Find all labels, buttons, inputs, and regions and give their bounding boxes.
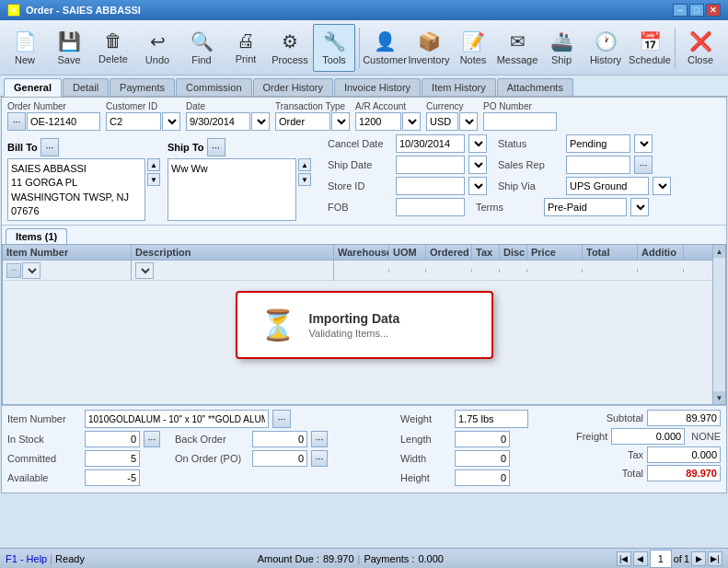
history-button[interactable]: 🕐 History	[584, 24, 627, 72]
transaction-type-input[interactable]	[275, 112, 330, 131]
item-number-field[interactable]	[85, 410, 269, 428]
close-toolbar-button[interactable]: ❌ Close	[679, 24, 722, 72]
cancel-date-input[interactable]	[396, 134, 465, 153]
ship-to-scroll-down[interactable]: ▼	[298, 173, 311, 186]
tab-general[interactable]: General	[4, 78, 62, 97]
status-text: Ready	[55, 553, 85, 564]
tools-button[interactable]: 🔧 Tools	[313, 24, 355, 72]
ar-account-input[interactable]	[355, 112, 401, 131]
undo-button[interactable]: ↩ Undo	[136, 24, 179, 72]
inventory-button[interactable]: 📦 Inventory	[408, 24, 450, 72]
ship-date-input[interactable]	[396, 156, 465, 174]
print-button[interactable]: 🖨 Print	[225, 24, 267, 72]
date-input[interactable]	[186, 112, 250, 131]
order-number-input[interactable]	[27, 112, 100, 131]
delete-button[interactable]: 🗑 Delete	[92, 24, 134, 72]
nav-prev-button[interactable]: ◀	[633, 551, 648, 566]
tab-invoice-history[interactable]: Invoice History	[334, 78, 421, 96]
ship-to-scroll-up[interactable]: ▲	[298, 158, 311, 171]
ship-via-input[interactable]	[566, 177, 649, 195]
ship-via-select[interactable]: ▼	[653, 177, 671, 195]
in-stock-dots-button[interactable]: ···	[144, 431, 160, 447]
notes-button[interactable]: 📝 Notes	[452, 24, 494, 72]
freight-suffix: NONE	[691, 431, 721, 442]
maximize-button[interactable]: □	[689, 4, 704, 17]
payments-label: Payments :	[364, 553, 414, 564]
store-id-select[interactable]: ▼	[468, 177, 487, 195]
ship-button[interactable]: 🚢 Ship	[540, 24, 583, 72]
available-input[interactable]	[85, 469, 140, 486]
tab-item-history[interactable]: Item History	[422, 78, 496, 96]
order-number-dots-button[interactable]: ···	[7, 112, 26, 131]
bill-to-scroll-up[interactable]: ▲	[147, 158, 160, 171]
date-label: Date	[186, 101, 270, 111]
customer-id-label: Customer ID	[106, 101, 180, 111]
status-select[interactable]: ▼	[634, 134, 653, 153]
toolbar: 📄 New 💾 Save 🗑 Delete ↩ Undo 🔍 Find 🖨 Pr…	[0, 20, 728, 75]
cancel-date-select[interactable]: ▼	[468, 134, 487, 153]
status-input[interactable]	[566, 134, 630, 153]
ship-to-address[interactable]: Ww Ww	[168, 158, 296, 221]
status-label: Status	[498, 138, 562, 149]
date-select[interactable]: ▼	[251, 112, 270, 131]
message-icon: ✉	[510, 30, 526, 52]
weight-input[interactable]	[455, 410, 528, 428]
new-button[interactable]: 📄 New	[4, 24, 46, 72]
po-number-input[interactable]	[483, 112, 557, 131]
terms-select[interactable]: ▼	[630, 198, 649, 216]
sales-rep-dots-button[interactable]: ···	[634, 156, 653, 174]
total-pages: 1	[684, 553, 689, 564]
customer-id-input[interactable]	[106, 112, 161, 131]
tax-label: Tax	[597, 449, 643, 460]
app-icon: V	[7, 4, 20, 17]
find-icon: 🔍	[191, 30, 214, 52]
page-number-input[interactable]	[650, 550, 672, 568]
tab-order-history[interactable]: Order History	[253, 78, 333, 96]
nav-first-button[interactable]: |◀	[617, 551, 631, 566]
minimize-button[interactable]: ─	[673, 4, 688, 17]
customer-button[interactable]: 👤 Customer	[364, 24, 406, 72]
terms-input[interactable]	[544, 198, 627, 216]
item-number-dots-button[interactable]: ···	[272, 410, 291, 428]
of-label: of	[674, 553, 682, 564]
in-stock-label: In Stock	[7, 434, 81, 445]
nav-next-button[interactable]: ▶	[691, 551, 706, 566]
in-stock-input[interactable]	[85, 431, 140, 447]
ship-to-dots-button[interactable]: ···	[207, 138, 225, 156]
tab-detail[interactable]: Detail	[63, 78, 109, 96]
currency-input[interactable]	[426, 112, 458, 131]
cancel-date-label: Cancel Date	[328, 138, 392, 149]
process-button[interactable]: ⚙ Process	[269, 24, 311, 72]
transaction-type-select[interactable]: ▼	[331, 112, 350, 131]
weight-label: Weight	[400, 413, 451, 424]
height-input[interactable]	[455, 469, 510, 486]
ar-account-select[interactable]: ▼	[402, 112, 421, 131]
back-order-dots-button[interactable]: ···	[311, 431, 328, 447]
message-button[interactable]: ✉ Message	[496, 24, 538, 72]
schedule-button[interactable]: 📅 Schedule	[629, 24, 671, 72]
bill-to-scroll-down[interactable]: ▼	[147, 173, 160, 186]
length-input[interactable]	[455, 431, 510, 447]
currency-select[interactable]: ▼	[459, 112, 478, 131]
ship-date-select[interactable]: ▼	[468, 156, 487, 174]
on-order-po-dots-button[interactable]: ···	[311, 450, 328, 467]
tab-attachments[interactable]: Attachments	[497, 78, 573, 96]
find-button[interactable]: 🔍 Find	[180, 24, 223, 72]
sales-rep-input[interactable]	[566, 156, 630, 174]
fob-input[interactable]	[396, 198, 465, 216]
nav-last-button[interactable]: ▶|	[708, 551, 722, 566]
customer-id-select[interactable]: ▼	[162, 112, 180, 131]
bill-to-address[interactable]: SAIES ABBASSI 11 GORGA PL WASHINGTON TWS…	[7, 158, 145, 221]
store-id-input[interactable]	[396, 177, 465, 195]
close-window-button[interactable]: ✕	[706, 4, 721, 17]
on-order-po-input[interactable]	[252, 450, 307, 467]
items-tab[interactable]: Items (1)	[6, 228, 67, 244]
tab-payments[interactable]: Payments	[110, 78, 175, 96]
back-order-input[interactable]	[252, 431, 307, 447]
bottom-section: Item Number ··· In Stock ··· C	[2, 405, 726, 493]
bill-to-dots-button[interactable]: ···	[40, 138, 59, 156]
tab-commission[interactable]: Commission	[176, 78, 252, 96]
width-input[interactable]	[455, 450, 510, 467]
save-button[interactable]: 💾 Save	[48, 24, 90, 72]
committed-input[interactable]	[85, 450, 140, 467]
